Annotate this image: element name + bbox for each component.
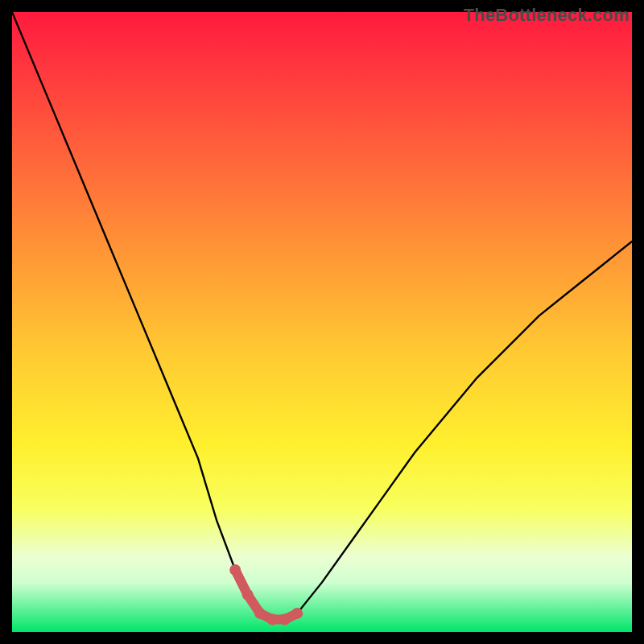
highlight-dot: [266, 614, 278, 625]
highlight-dot: [242, 589, 254, 601]
highlight-dot: [254, 608, 266, 619]
chart-overlay-svg: [12, 12, 632, 632]
watermark-label: TheBottleneck.com: [464, 5, 630, 26]
highlight-dot: [291, 608, 303, 619]
highlight-dot: [279, 614, 291, 625]
chart-frame: TheBottleneck.com: [0, 0, 644, 644]
bottleneck-curve-line: [12, 12, 632, 620]
highlight-dot: [229, 564, 241, 576]
chart-plot-area: [12, 12, 632, 632]
